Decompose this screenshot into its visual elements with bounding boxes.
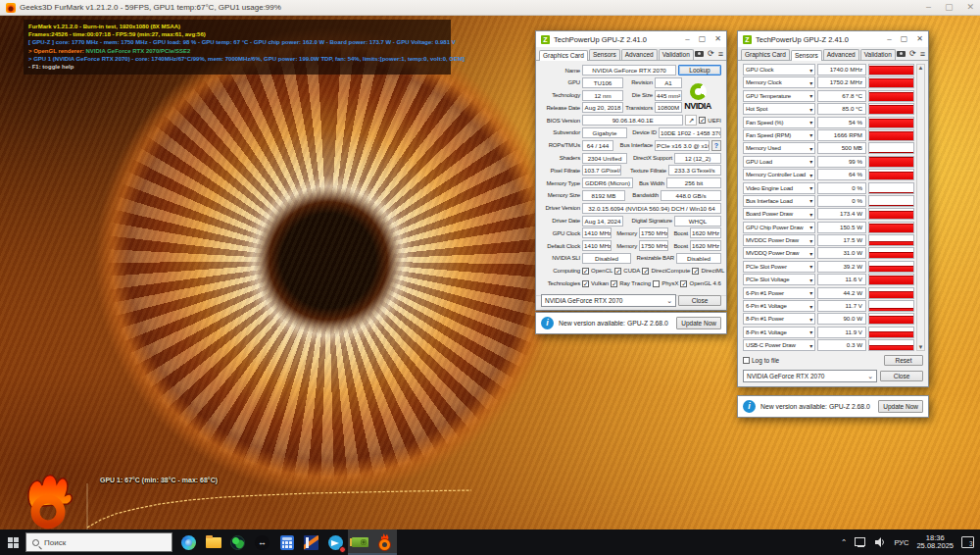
checkbox-box: ✓ [582,280,589,287]
sensor-graph [868,300,914,312]
sensor-name-dropdown[interactable]: Fan Speed (%)▾ [743,117,815,128]
refresh-icon[interactable]: ⟳ [708,50,714,58]
sensor-name-dropdown[interactable]: Video Engine Load▾ [743,182,815,194]
sensor-name-dropdown[interactable]: 8-Pin #1 Voltage▾ [743,327,815,338]
field-row: Memory TypeGDDR6 (Micron)Bus Width256 bi… [541,177,721,188]
tab-sensors[interactable]: Sensors [589,49,620,60]
sensor-name-dropdown[interactable]: Fan Speed (RPM)▾ [743,129,815,141]
graph-fill [869,131,913,140]
telegram-taskbar-button[interactable] [323,530,348,555]
checkbox-vulkan[interactable]: ✓Vulkan [582,280,609,287]
menu-icon[interactable]: ≡ [920,50,925,58]
scrollbar[interactable]: ▲ ▼ [916,64,925,351]
chevron-down-icon: ⌄ [666,297,672,305]
tab-advanced[interactable]: Advanced [621,49,658,60]
sensor-name-dropdown[interactable]: PCIe Slot Power▾ [743,261,815,273]
checkbox-directcompute[interactable]: ✓DirectCompute [642,268,690,275]
close-button[interactable]: Close [678,295,721,306]
field-label-pixel-fillrate: Pixel Fillrate [541,168,580,174]
close-icon[interactable]: ✕ [714,35,721,43]
sensor-name-dropdown[interactable]: GPU Chip Power Draw▾ [743,222,815,233]
sensor-name-dropdown[interactable]: GPU Load▾ [743,156,815,168]
sensor-name-dropdown[interactable]: USB-C Power Draw▾ [743,339,815,351]
sensor-value: 99 % [817,156,866,168]
update-now-button[interactable]: Update Now [676,317,721,329]
minimize-icon[interactable]: – [685,35,689,43]
furmark-taskbar-button[interactable] [372,530,397,555]
tab-sensors[interactable]: Sensors [791,50,822,61]
checkbox-box: ✓ [692,268,699,275]
checkbox-opencl[interactable]: ✓OpenCL [582,268,612,275]
close-icon[interactable]: ✕ [966,3,974,12]
sensor-name-dropdown[interactable]: Memory Used▾ [743,142,815,154]
checkbox-uefi[interactable]: ✓UEFI [699,117,721,124]
sensor-name-dropdown[interactable]: 6-Pin #1 Power▾ [743,287,815,299]
checkbox-ray-tracing[interactable]: ✓Ray Tracing [611,280,651,287]
tab-advanced[interactable]: Advanced [823,49,859,60]
sensor-name-dropdown[interactable]: Board Power Draw▾ [743,208,815,220]
tab-graphics-card[interactable]: Graphics Card [539,50,588,61]
gpuz-main-titlebar[interactable]: Z TechPowerUp GPU-Z 2.41.0 – ▢ ✕ [536,31,726,47]
globe-app-taskbar-button[interactable] [225,530,250,555]
chevron-down-icon: ▾ [809,184,812,191]
notification-center-icon[interactable]: 3 [961,536,974,548]
sensor-list: GPU Clock▾1740.0 MHzMemory Clock▾1750.2 … [743,64,914,351]
sensor-name-dropdown[interactable]: GPU Clock▾ [743,64,815,76]
tab-validation[interactable]: Validation [659,49,694,60]
edge-taskbar-button[interactable] [176,530,201,555]
update-now-button[interactable]: Update Now [878,400,923,413]
teamviewer-taskbar-button[interactable]: ↔ [250,530,274,555]
sensor-name-dropdown[interactable]: MVDDC Power Draw▾ [743,234,815,246]
gpu-select[interactable]: NVIDIA GeForce RTX 2070⌄ [743,370,877,382]
speaker-icon[interactable] [875,537,886,547]
help-button[interactable]: ? [711,140,721,151]
calculator-taskbar-button[interactable] [274,530,299,555]
clock[interactable]: 18:36 25.08.2025 [916,534,954,550]
search-input[interactable]: Поиск [25,532,172,552]
refresh-icon[interactable]: ⟳ [909,50,916,58]
network-icon[interactable] [855,537,867,547]
tray-chevron-up-icon[interactable]: ⌃ [841,538,848,547]
scroll-up-icon[interactable]: ▲ [918,65,924,71]
gpuz-taskbar-button[interactable] [348,530,372,555]
lookup-button[interactable]: Lookup [678,65,721,76]
sensor-name-dropdown[interactable]: MVDDQ Power Draw▾ [743,247,815,259]
reset-button[interactable]: Reset [884,355,923,366]
maximize-icon[interactable]: ▢ [901,35,908,43]
graph-fill [869,192,913,193]
tab-graphics-card[interactable]: Graphics Card [741,49,790,60]
sensor-name-dropdown[interactable]: 8-Pin #1 Power▾ [743,313,815,325]
sensor-name-dropdown[interactable]: 6-Pin #1 Voltage▾ [743,300,815,312]
checkbox-directml[interactable]: ✓DirectML [692,268,724,275]
field-value-1410-mhz: 1410 MHz [582,240,612,251]
field-value-1750-mhz: 1750 MHz [639,227,668,238]
sensor-name-dropdown[interactable]: Memory Controller Load▾ [743,169,815,180]
gpu-select[interactable]: NVIDIA GeForce RTX 2070⌄ [541,294,676,307]
menu-icon[interactable]: ≡ [718,50,723,58]
sensor-name-dropdown[interactable]: Memory Clock▾ [743,76,815,88]
screenshot-icon[interactable] [897,51,906,57]
maximize-icon[interactable]: ▢ [699,35,707,43]
k-app-taskbar-button[interactable] [299,530,323,555]
checkbox-cuda[interactable]: ✓CUDA [614,268,640,275]
file-explorer-taskbar-button[interactable] [201,530,225,555]
sensor-name-dropdown[interactable]: Hot Spot▾ [743,103,815,115]
minimize-icon[interactable]: – [926,3,931,12]
sensor-name-dropdown[interactable]: Bus Interface Load▾ [743,195,815,207]
field-label-bandwidth: Bandwidth [627,192,659,198]
sensor-name-dropdown[interactable]: PCIe Slot Voltage▾ [743,274,815,285]
scroll-down-icon[interactable]: ▼ [918,344,924,350]
language-indicator[interactable]: РУС [894,538,908,547]
checkbox-physx[interactable]: PhysX [653,280,678,287]
tab-validation[interactable]: Validation [860,49,896,60]
maximize-icon[interactable]: ▢ [945,3,954,12]
gpuz-sensors-titlebar[interactable]: Z TechPowerUp GPU-Z 2.41.0 – ▢ ✕ [738,31,928,47]
log-to-file-checkbox[interactable]: Log to file [743,357,779,364]
screenshot-icon[interactable] [695,51,704,57]
sensor-name-dropdown[interactable]: GPU Temperature▾ [743,90,815,102]
start-button[interactable] [0,530,25,555]
close-button[interactable]: Close [880,371,923,381]
minimize-icon[interactable]: – [887,35,891,43]
close-icon[interactable]: ✕ [916,35,923,43]
checkbox-opengl-4-6[interactable]: ✓OpenGL 4.6 [680,280,720,287]
